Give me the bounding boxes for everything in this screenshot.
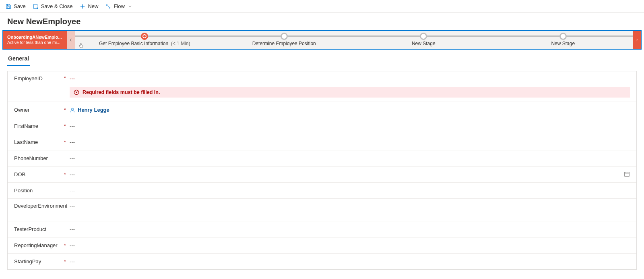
field-label: TesterProduct: [14, 226, 64, 232]
owner-name: Henry Legge: [78, 107, 109, 113]
field-placeholder: ---: [70, 187, 75, 194]
save-label: Save: [14, 3, 26, 9]
field-label: LastName: [14, 139, 64, 145]
command-bar: Save Save & Close New Flow: [0, 0, 644, 13]
page-title: New NewEmployee: [0, 13, 644, 29]
field-value-dob[interactable]: ---: [70, 171, 630, 177]
field-label: StartingPay: [14, 258, 64, 264]
bpf-stage-node-icon: [141, 33, 148, 40]
flow-button[interactable]: Flow: [105, 3, 132, 9]
field-label: DeveloperEnvironment: [14, 203, 64, 210]
field-owner: Owner * Henry Legge: [8, 102, 636, 118]
svg-point-4: [72, 108, 74, 110]
bpf-stage-1-label: Get Employee Basic Information: [99, 41, 168, 46]
bpf-process-badge[interactable]: OnboardingANewEmplo... Active for less t…: [3, 31, 67, 49]
flow-icon: [105, 4, 111, 9]
bpf-stage-node-icon: [420, 33, 427, 40]
plus-icon: [80, 4, 85, 9]
required-indicator: *: [64, 259, 70, 264]
svg-rect-5: [625, 172, 629, 176]
field-value-employee-id[interactable]: --- Required fields must be filled in.: [70, 75, 630, 98]
field-label: PhoneNumber: [14, 155, 64, 161]
field-placeholder: ---: [70, 242, 75, 248]
new-button[interactable]: New: [80, 3, 98, 9]
field-value-reporting-manager[interactable]: ---: [70, 242, 630, 248]
field-starting-pay: StartingPay * ---: [8, 253, 636, 269]
field-dob: DOB * ---: [8, 166, 636, 182]
field-employee-id: EmployeeID * --- Required fields must be…: [8, 71, 636, 102]
save-icon: [6, 4, 11, 9]
owner-lookup-pill[interactable]: Henry Legge: [70, 107, 109, 113]
field-developer-environment: DeveloperEnvironment ---: [8, 198, 636, 221]
field-placeholder: ---: [70, 258, 75, 264]
field-label: ReportingManager: [14, 242, 64, 248]
person-icon: [70, 107, 75, 113]
required-indicator: *: [64, 107, 70, 113]
bpf-stage-3-label: New Stage: [412, 41, 436, 46]
field-value-developer-environment[interactable]: ---: [70, 203, 630, 209]
bpf-stage-3[interactable]: New Stage: [354, 31, 493, 46]
new-label: New: [88, 3, 98, 9]
form-section-general: EmployeeID * --- Required fields must be…: [7, 71, 637, 270]
field-label: DOB: [14, 171, 64, 177]
field-value-tester-product[interactable]: ---: [70, 226, 630, 232]
field-placeholder: ---: [70, 226, 75, 232]
svg-point-2: [109, 7, 111, 8]
tab-general[interactable]: General: [7, 53, 30, 66]
save-close-button[interactable]: Save & Close: [33, 3, 73, 9]
field-position: Position ---: [8, 182, 636, 198]
bpf-stage-2[interactable]: Determine Employee Position: [215, 31, 354, 46]
business-process-flow: OnboardingANewEmplo... Active for less t…: [2, 30, 642, 50]
field-label: EmployeeID: [14, 75, 64, 81]
field-value-first-name[interactable]: ---: [70, 123, 630, 129]
tabs: General: [0, 50, 644, 66]
required-indicator: *: [64, 140, 70, 145]
field-phone-number: PhoneNumber ---: [8, 150, 636, 166]
field-label: Position: [14, 187, 64, 194]
bpf-stage-2-label: Determine Employee Position: [252, 41, 316, 46]
bpf-stage-node-icon: [559, 33, 567, 40]
calendar-icon[interactable]: [624, 171, 630, 178]
field-placeholder: ---: [70, 139, 75, 145]
field-tester-product: TesterProduct ---: [8, 221, 636, 237]
field-value-starting-pay[interactable]: ---: [70, 258, 630, 264]
error-text: Required fields must be filled in.: [83, 90, 160, 95]
flow-label: Flow: [114, 3, 124, 9]
bpf-process-sub: Active for less than one mi...: [7, 40, 63, 45]
error-icon: [74, 90, 79, 95]
field-placeholder: ---: [70, 171, 75, 177]
save-button[interactable]: Save: [6, 3, 26, 9]
field-placeholder: ---: [70, 75, 630, 81]
required-indicator: *: [64, 172, 70, 177]
validation-error: Required fields must be filled in.: [70, 87, 630, 98]
bpf-stages: Get Employee Basic Information (< 1 Min)…: [75, 31, 633, 49]
required-indicator: *: [64, 123, 70, 129]
field-label: Owner: [14, 107, 64, 113]
svg-rect-0: [7, 6, 10, 8]
required-indicator: *: [64, 75, 70, 81]
bpf-next-button[interactable]: [633, 31, 641, 49]
bpf-stage-1-duration: (< 1 Min): [171, 41, 190, 46]
field-placeholder: ---: [70, 155, 75, 161]
field-label: FirstName: [14, 123, 64, 129]
field-value-last-name[interactable]: ---: [70, 139, 630, 145]
bpf-process-name: OnboardingANewEmplo...: [7, 35, 63, 40]
required-indicator: *: [64, 243, 70, 248]
chevron-down-icon: [127, 4, 133, 9]
field-value-phone-number[interactable]: ---: [70, 155, 630, 161]
cursor-icon: [78, 42, 85, 49]
bpf-prev-button[interactable]: [67, 31, 75, 49]
field-placeholder: ---: [70, 203, 75, 209]
bpf-stage-1[interactable]: Get Employee Basic Information (< 1 Min): [75, 31, 215, 46]
field-last-name: LastName * ---: [8, 134, 636, 150]
field-reporting-manager: ReportingManager * ---: [8, 237, 636, 253]
svg-point-1: [107, 4, 108, 6]
field-first-name: FirstName * ---: [8, 118, 636, 134]
save-close-label: Save & Close: [41, 3, 73, 9]
field-value-owner[interactable]: Henry Legge: [70, 107, 630, 113]
field-value-position[interactable]: ---: [70, 187, 630, 194]
bpf-stage-4[interactable]: New Stage: [493, 31, 633, 46]
save-close-icon: [33, 4, 39, 9]
bpf-stage-node-icon: [281, 33, 288, 40]
field-placeholder: ---: [70, 123, 75, 129]
